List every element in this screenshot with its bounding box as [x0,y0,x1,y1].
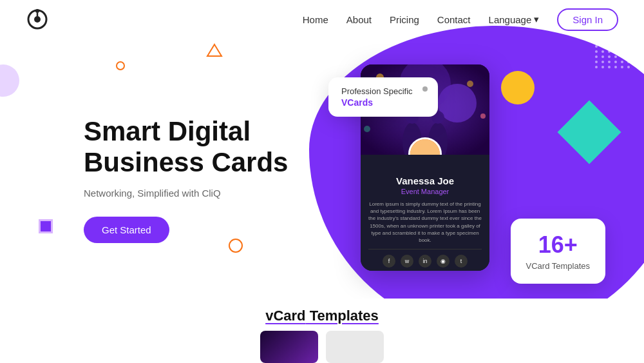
hero-cards-area: Profession Specific VCards [328,45,605,303]
hero-subtitle: Networking, Simplified with CliQ [84,188,328,199]
section-title: vCard Templates [265,308,379,324]
popup-subtitle: VCards [341,97,425,108]
vcard-info-section: Vanessa Joe Event Manager Lorem ipsum is… [361,155,489,271]
profile-face [410,139,440,155]
templates-count: 16+ [526,231,590,259]
instagram-icon: ◉ [437,255,450,268]
logo[interactable] [26,8,49,31]
vcard-thumb-2 [326,331,384,363]
hero-text-block: Smart Digital Business Cards Networking,… [84,116,328,243]
hero-title: Smart Digital Business Cards [84,116,328,179]
section-title-highlight: vCard [265,308,305,324]
whatsapp-icon: w [401,255,413,268]
orange-circle-decoration [116,61,125,70]
svg-point-2 [35,9,39,13]
popup-title: Profession Specific [341,86,425,96]
yellow-circle-decoration [501,71,535,104]
dots-grid [595,45,631,68]
profile-avatar [408,137,442,155]
get-started-button[interactable]: Get Started [84,217,169,243]
language-selector[interactable]: Language ▾ [489,14,540,25]
vcard-role: Event Manager [368,188,482,195]
navbar: Home About Pricing Contact Language ▾ Si… [0,0,644,39]
vcard-bio: Lorem ipsum is simply dummy text of the … [368,201,482,244]
vcard-social-icons: f w in ◉ t [368,249,482,271]
chevron-down-icon: ▾ [534,14,539,25]
nav-home[interactable]: Home [303,14,328,25]
hero-section: Smart Digital Business Cards Networking,… [0,39,644,309]
signin-button[interactable]: Sign In [557,8,618,31]
purple-circle-decoration [0,64,19,97]
svg-point-1 [34,16,41,23]
nav-pricing[interactable]: Pricing [390,14,419,25]
popup-dot [422,86,428,92]
vcard-name: Vanessa Joe [368,175,482,186]
linkedin-icon: in [419,255,431,268]
facebook-icon: f [383,255,395,268]
square-decoration [39,219,53,233]
bottom-section: vCard Templates [0,299,644,363]
vcard-thumb-1 [260,331,318,363]
svg-point-15 [364,126,370,132]
svg-point-16 [418,144,432,155]
templates-count-card: 16+ VCard Templates [511,219,605,284]
svg-point-13 [467,81,473,87]
svg-point-14 [480,113,486,119]
logo-icon [26,8,49,31]
nav-contact[interactable]: Contact [437,14,471,25]
section-title-rest: Templates [306,308,379,324]
circle-outline-decoration [229,239,243,253]
vcard-thumbnails [260,331,384,363]
nav-about[interactable]: About [346,14,372,25]
triangle-decoration [206,43,223,60]
nav-links: Home About Pricing Contact Language ▾ Si… [303,8,618,31]
twitter-icon: t [455,255,468,268]
templates-label: VCard Templates [526,261,590,271]
profession-popup: Profession Specific VCards [328,77,438,117]
dot-grid-pattern [595,45,631,68]
